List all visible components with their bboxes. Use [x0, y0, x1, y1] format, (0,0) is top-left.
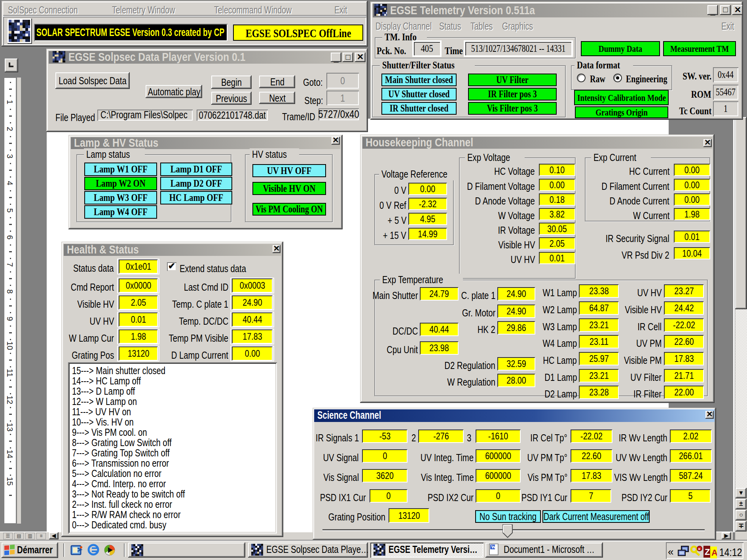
svg-text:A: A	[711, 548, 717, 558]
svg-text:×: ×	[698, 547, 700, 551]
svg-text:Z: Z	[705, 547, 710, 557]
svg-text:W: W	[491, 544, 496, 550]
